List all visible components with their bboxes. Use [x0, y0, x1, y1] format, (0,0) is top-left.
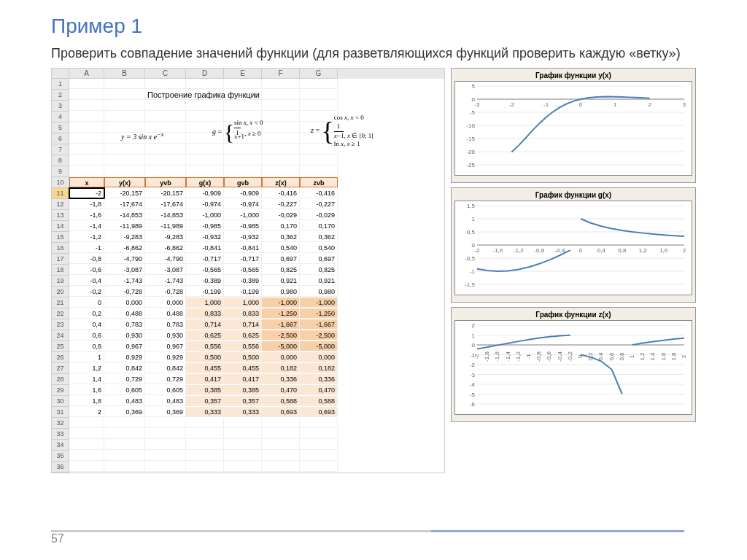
cell[interactable]	[262, 79, 300, 89]
cell[interactable]	[300, 429, 338, 439]
cell[interactable]: 0,455	[224, 363, 262, 373]
cell[interactable]: -1,000	[186, 210, 224, 220]
cell[interactable]: -9,283	[104, 232, 145, 242]
cell[interactable]: 0,783	[145, 319, 186, 330]
cell[interactable]: 0,483	[104, 396, 145, 406]
cell[interactable]: 0,714	[186, 319, 224, 330]
cell[interactable]	[145, 101, 186, 111]
cell[interactable]: -0,974	[186, 199, 224, 209]
cell[interactable]	[262, 101, 300, 111]
cell[interactable]: 0,470	[262, 385, 300, 395]
cell[interactable]: 0,357	[224, 396, 262, 406]
cell[interactable]: 1,000	[224, 298, 262, 308]
cell[interactable]	[145, 462, 186, 472]
cell[interactable]	[224, 429, 262, 439]
cell[interactable]	[186, 418, 224, 428]
cell[interactable]: -0,389	[224, 276, 262, 286]
cell[interactable]: 0,362	[262, 232, 300, 242]
cell[interactable]: 0,333	[186, 407, 224, 417]
cell[interactable]	[104, 429, 145, 439]
cell[interactable]: 0,182	[262, 363, 300, 373]
cell[interactable]	[224, 166, 262, 176]
cell[interactable]: 0,729	[104, 374, 145, 384]
cell[interactable]	[69, 101, 104, 111]
cell[interactable]: -9,283	[145, 232, 186, 242]
cell[interactable]: 0,697	[262, 254, 300, 264]
cell[interactable]: 0,842	[104, 363, 145, 373]
cell[interactable]: x	[69, 177, 104, 187]
cell[interactable]: -2,500	[300, 330, 338, 341]
cell[interactable]: -4,790	[104, 254, 145, 264]
cell[interactable]	[300, 440, 338, 450]
cell[interactable]: 0,825	[262, 265, 300, 275]
cell[interactable]: 0,385	[186, 385, 224, 395]
cell[interactable]: -0,4	[69, 276, 104, 286]
cell[interactable]	[69, 451, 104, 461]
cell[interactable]: 0,362	[300, 232, 338, 242]
cell[interactable]: 0,385	[224, 385, 262, 395]
cell[interactable]: 0,556	[224, 341, 262, 351]
cell[interactable]: -0,909	[186, 188, 224, 198]
cell[interactable]	[104, 462, 145, 472]
cell[interactable]	[262, 429, 300, 439]
cell[interactable]: 0,000	[145, 298, 186, 308]
cell[interactable]: 0,556	[186, 341, 224, 351]
cell[interactable]: 1,2	[69, 363, 104, 373]
cell[interactable]: -11,989	[145, 221, 186, 231]
cell[interactable]	[262, 462, 300, 472]
cell[interactable]: 0,470	[300, 385, 338, 395]
cell[interactable]	[186, 462, 224, 472]
cell[interactable]	[300, 451, 338, 461]
cell[interactable]: -0,717	[186, 254, 224, 264]
cell[interactable]: 0,417	[224, 374, 262, 384]
cell[interactable]: yvb	[145, 177, 186, 187]
cell[interactable]: 0,588	[262, 396, 300, 406]
cell[interactable]: 0,967	[145, 341, 186, 351]
cell[interactable]: 0,483	[145, 396, 186, 406]
cell[interactable]	[300, 166, 338, 176]
cell[interactable]: 0,588	[300, 396, 338, 406]
cell[interactable]: 0,833	[186, 308, 224, 319]
cell[interactable]: y(x)	[104, 177, 145, 187]
cell[interactable]: 0,697	[300, 254, 338, 264]
cell[interactable]: 0,000	[300, 352, 338, 362]
cell[interactable]	[186, 101, 224, 111]
cell[interactable]: g(x)	[186, 177, 224, 187]
cell[interactable]	[262, 418, 300, 428]
cell[interactable]: -0,728	[145, 287, 186, 297]
cell[interactable]: -3,087	[104, 265, 145, 275]
cell[interactable]: zvb	[300, 177, 338, 187]
cell[interactable]: 1,4	[69, 374, 104, 384]
cell[interactable]: 0,540	[300, 243, 338, 253]
cell[interactable]: 0,540	[262, 243, 300, 253]
cell[interactable]: -1,667	[262, 319, 300, 330]
cell[interactable]: -1,250	[262, 308, 300, 319]
cell[interactable]: 0,929	[104, 352, 145, 362]
cell[interactable]	[69, 79, 104, 89]
cell[interactable]: -5,000	[300, 341, 338, 351]
cell[interactable]	[224, 101, 262, 111]
cell[interactable]: -2,500	[262, 330, 300, 341]
cell[interactable]: -1,000	[224, 210, 262, 220]
cell[interactable]: 0,930	[104, 330, 145, 341]
cell[interactable]: 0,336	[300, 374, 338, 384]
cell[interactable]: 0,605	[145, 385, 186, 395]
cell[interactable]: -0,728	[104, 287, 145, 297]
cell[interactable]	[300, 79, 338, 89]
cell[interactable]: 0,488	[104, 308, 145, 319]
cell[interactable]: 0,929	[145, 352, 186, 362]
cell[interactable]: 0,783	[104, 319, 145, 330]
cell[interactable]: 0,500	[224, 352, 262, 362]
cell[interactable]: 0,833	[224, 308, 262, 319]
cell[interactable]: 0,455	[186, 363, 224, 373]
cell[interactable]: 0,693	[262, 407, 300, 417]
cell[interactable]	[224, 418, 262, 428]
cell[interactable]: -1,6	[69, 210, 104, 220]
cell[interactable]: -0,227	[300, 199, 338, 209]
cell[interactable]: 0,4	[69, 319, 104, 330]
cell[interactable]	[104, 418, 145, 428]
cell[interactable]	[104, 166, 145, 176]
cell[interactable]	[145, 79, 186, 89]
cell[interactable]: -0,841	[186, 243, 224, 253]
cell[interactable]	[186, 451, 224, 461]
